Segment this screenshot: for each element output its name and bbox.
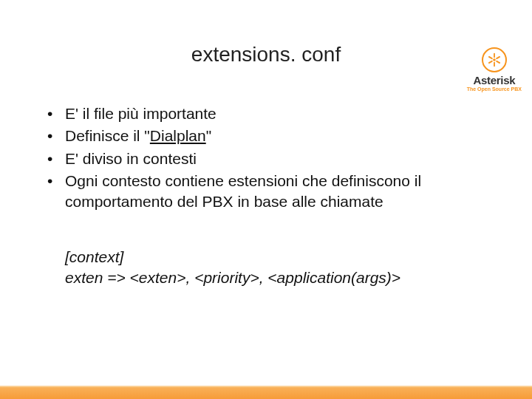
svg-rect-5 xyxy=(488,56,492,60)
svg-rect-2 xyxy=(494,62,495,66)
slide: Asterisk The Open Source PBX extensions.… xyxy=(0,43,532,399)
list-item: E' il file più importante xyxy=(44,103,488,124)
logo-tagline: The Open Source PBX xyxy=(467,86,522,92)
list-item: Definisce il "Dialplan" xyxy=(44,126,488,146)
svg-rect-1 xyxy=(494,53,495,58)
svg-rect-4 xyxy=(488,61,492,64)
svg-rect-3 xyxy=(496,56,500,60)
bullet-text: Definisce il " xyxy=(65,127,150,144)
code-line: exten => <exten>, <priority>, <applicati… xyxy=(65,267,488,288)
orange-bar xyxy=(0,386,532,399)
bullet-list: E' il file più importante Definisce il "… xyxy=(44,103,488,213)
bullet-underline: Dialplan xyxy=(150,127,206,144)
svg-rect-6 xyxy=(496,61,500,64)
asterisk-icon xyxy=(482,47,507,72)
svg-point-0 xyxy=(493,58,496,61)
bullet-text: E' diviso in contesti xyxy=(65,150,197,167)
code-example: [context] exten => <exten>, <priority>, … xyxy=(65,247,488,289)
slide-title: extensions. conf xyxy=(0,43,532,66)
list-item: E' diviso in contesti xyxy=(44,149,488,169)
bullet-text: Ogni contesto contiene estensioni che de… xyxy=(65,172,421,210)
bullet-text: E' il file più importante xyxy=(65,105,216,122)
bullet-text: " xyxy=(206,127,211,144)
list-item: Ogni contesto contiene estensioni che de… xyxy=(44,171,488,213)
code-line: [context] xyxy=(65,247,488,267)
slide-body: E' il file più importante Definisce il "… xyxy=(44,103,488,288)
asterisk-logo: Asterisk The Open Source PBX xyxy=(467,47,522,92)
logo-word: Asterisk xyxy=(467,74,522,86)
